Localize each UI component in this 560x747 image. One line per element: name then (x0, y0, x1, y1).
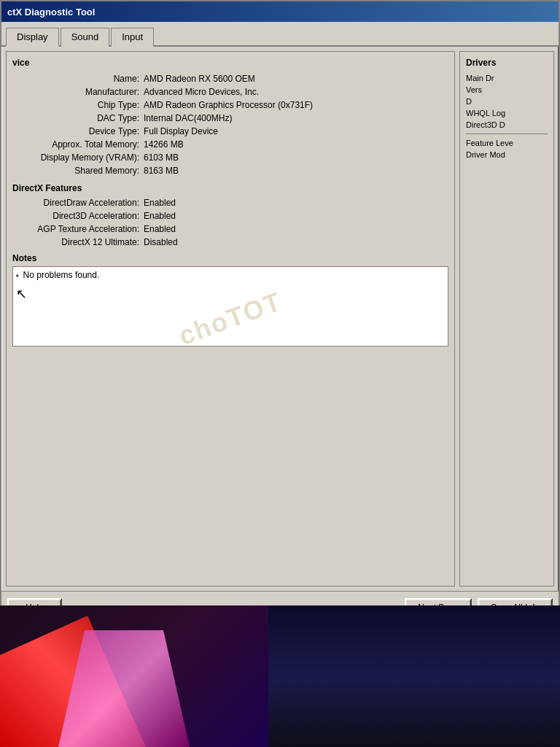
info-row-dx12: DirectX 12 Ultimate: Disabled (12, 237, 448, 247)
info-row-shared: Shared Memory: 8163 MB (12, 166, 448, 176)
notes-title: Notes (12, 253, 448, 263)
value-d3d: Enabled (144, 211, 176, 221)
driver-mode: Driver Mod (466, 150, 548, 159)
value-shared: 8163 MB (144, 166, 179, 176)
info-row-ddraw: DirectDraw Acceleration: Enabled (12, 198, 448, 208)
value-ddraw: Enabled (144, 198, 176, 208)
driver-date: D (466, 97, 548, 106)
driver-whql: WHQL Log (466, 109, 548, 117)
info-row-device-type: Device Type: Full Display Device (12, 126, 448, 136)
value-agp: Enabled (144, 224, 176, 234)
tab-bar: Display Sound Input (1, 22, 559, 47)
notes-item-0: ▪ No problems found. (16, 270, 445, 280)
label-ddraw: DirectDraw Acceleration: (12, 198, 144, 208)
bg-shape-dark (268, 605, 560, 747)
cursor-icon: ↖ (16, 286, 445, 302)
label-dx12: DirectX 12 Ultimate: (12, 237, 144, 247)
value-vram: 6103 MB (144, 152, 179, 163)
bottom-background (0, 605, 560, 747)
label-manufacturer: Manufacturer: (12, 87, 144, 97)
window-title: ctX Diagnostic Tool (7, 7, 553, 18)
left-panel-title: vice (12, 58, 448, 68)
info-row-total-memory: Approx. Total Memory: 14266 MB (12, 139, 448, 150)
title-bar: ctX Diagnostic Tool (1, 1, 559, 22)
label-vram: Display Memory (VRAM): (12, 152, 144, 163)
label-chip: Chip Type: (12, 100, 144, 110)
label-dac: DAC Type: (12, 113, 144, 123)
directx-features-section: DirectDraw Acceleration: Enabled Direct3… (12, 198, 448, 247)
info-row-vram: Display Memory (VRAM): 6103 MB (12, 152, 448, 163)
driver-main: Main Dr (466, 74, 548, 82)
device-info-section: Name: AMD Radeon RX 5600 OEM Manufacture… (12, 74, 448, 176)
info-row-d3d: Direct3D Acceleration: Enabled (12, 211, 448, 221)
info-row-chip: Chip Type: AMD Radeon Graphics Processor… (12, 100, 448, 110)
value-manufacturer: Advanced Micro Devices, Inc. (144, 87, 259, 97)
tab-input[interactable]: Input (111, 28, 154, 47)
value-chip: AMD Radeon Graphics Processor (0x731F) (144, 100, 313, 110)
value-dac: Internal DAC(400MHz) (144, 113, 232, 123)
label-name: Name: (12, 74, 144, 84)
info-row-name: Name: AMD Radeon RX 5600 OEM (12, 74, 448, 84)
main-window: ctX Diagnostic Tool Display Sound Input … (0, 0, 560, 605)
value-dx12: Disabled (144, 237, 178, 247)
label-shared: Shared Memory: (12, 166, 144, 176)
right-panel-title: Drivers (466, 58, 548, 68)
notes-section: Notes ▪ No problems found. ↖ (12, 253, 448, 347)
notes-bullet-icon: ▪ (16, 271, 19, 279)
tab-sound[interactable]: Sound (61, 28, 110, 47)
driver-d3d: Direct3D D (466, 120, 548, 129)
info-row-dac: DAC Type: Internal DAC(400MHz) (12, 113, 448, 123)
info-row-agp: AGP Texture Acceleration: Enabled (12, 224, 448, 234)
value-total-memory: 14266 MB (144, 139, 184, 150)
driver-version: Vers (466, 85, 548, 94)
value-device-type: Full Display Device (144, 126, 218, 136)
notes-text-0: No problems found. (23, 270, 100, 280)
label-d3d: Direct3D Acceleration: (12, 211, 144, 221)
right-panel: Drivers Main Dr Vers D WHQL Log Direct3D… (459, 51, 554, 587)
label-total-memory: Approx. Total Memory: (12, 139, 144, 150)
label-device-type: Device Type: (12, 126, 144, 136)
left-panel: vice Name: AMD Radeon RX 5600 OEM Manufa… (6, 51, 455, 587)
driver-feature-level: Feature Leve (466, 139, 548, 147)
notes-box: ▪ No problems found. ↖ (12, 266, 448, 347)
value-name: AMD Radeon RX 5600 OEM (144, 74, 255, 84)
directx-section-title: DirectX Features (12, 183, 448, 193)
content-area: vice Name: AMD Radeon RX 5600 OEM Manufa… (1, 47, 559, 591)
right-panel-divider (466, 133, 548, 134)
tab-display[interactable]: Display (6, 28, 59, 47)
label-agp: AGP Texture Acceleration: (12, 224, 144, 234)
info-row-manufacturer: Manufacturer: Advanced Micro Devices, In… (12, 87, 448, 97)
